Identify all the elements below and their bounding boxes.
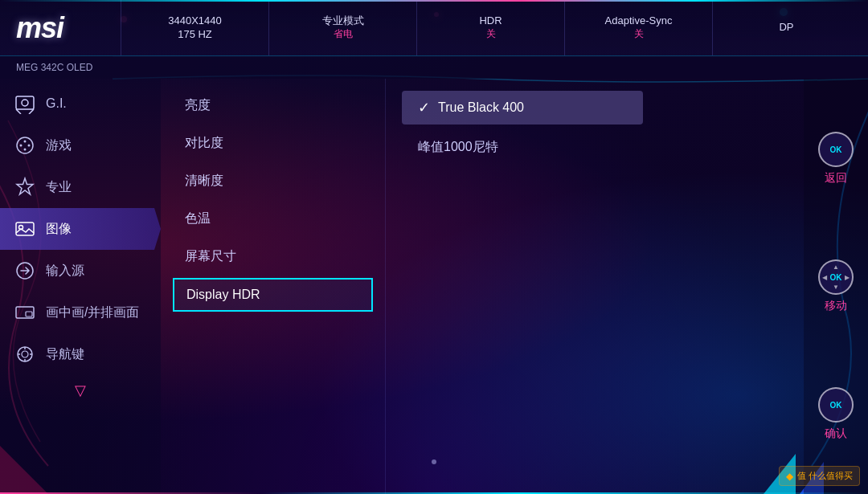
pip-icon [12, 300, 38, 325]
game-icon [12, 133, 38, 158]
move-btn-circle[interactable]: ▲ ▼ ◀ ▶ OK [818, 259, 854, 295]
main-content: G.I. 游戏 专业 [0, 79, 868, 494]
move-button[interactable]: ▲ ▼ ◀ ▶ OK 移动 [818, 259, 854, 313]
sidebar-item-input[interactable]: 输入源 [0, 250, 161, 292]
model-name: MEG 342C OLED [16, 62, 92, 73]
menu-item-brightness[interactable]: 亮度 [161, 87, 385, 125]
menu-item-contrast[interactable]: 对比度 [161, 125, 385, 162]
svg-line-5 [29, 109, 34, 114]
gi-icon [12, 91, 38, 116]
svg-point-8 [28, 145, 31, 147]
svg-point-18 [22, 351, 28, 357]
sidebar-item-game[interactable]: 游戏 [0, 125, 161, 166]
back-label: 返回 [825, 171, 847, 186]
svg-point-3 [22, 100, 28, 106]
sidebar-scroll-down[interactable]: ▽ [0, 375, 161, 406]
sidebar-label-gi: G.I. [46, 96, 67, 111]
confirm-btn-circle[interactable]: OK [818, 387, 854, 423]
option-peak-1000[interactable]: 峰值1000尼特 [402, 131, 788, 164]
watermark: ◆ 值 什么值得买 [779, 466, 860, 486]
svg-rect-16 [26, 312, 32, 316]
pro-icon [12, 174, 38, 200]
top-navigation: 3440X1440 175 HZ 专业模式 省电 HDR 关 Adaptive-… [121, 0, 860, 55]
svg-point-10 [24, 149, 27, 151]
menu-item-sharpness[interactable]: 清晰度 [161, 162, 385, 200]
svg-rect-2 [16, 96, 34, 109]
logo-area: msi [8, 11, 121, 45]
option-true-black-400[interactable]: ✓ True Black 400 [402, 91, 643, 125]
back-button[interactable]: OK 返回 [818, 132, 854, 186]
confirm-label: 确认 [825, 427, 847, 441]
confirm-button[interactable]: OK 确认 [818, 387, 854, 441]
nav-icon [12, 341, 38, 367]
arrow-left-icon: ◀ [822, 274, 827, 281]
right-controls: OK 返回 ▲ ▼ ◀ ▶ OK 移动 OK 确认 [804, 79, 868, 494]
top-bar: msi 3440X1440 175 HZ 专业模式 省电 HDR 关 Adapt… [0, 0, 868, 56]
nav-hdr[interactable]: HDR 关 [416, 0, 564, 55]
svg-point-6 [17, 137, 33, 153]
svg-rect-12 [16, 223, 34, 235]
options-panel: ✓ True Black 400 峰值1000尼特 [386, 79, 804, 494]
nav-dp[interactable]: DP [712, 0, 860, 55]
move-label: 移动 [825, 299, 847, 313]
sidebar-label-image: 图像 [46, 221, 72, 238]
menu-item-screen-size[interactable]: 屏幕尺寸 [161, 238, 385, 276]
sidebar-item-pro[interactable]: 专业 [0, 166, 161, 208]
menu-panel: 亮度 对比度 清晰度 色温 屏幕尺寸 Display HDR [161, 79, 386, 494]
svg-marker-11 [17, 178, 33, 194]
watermark-icon: ◆ [786, 471, 793, 482]
arrow-right-icon: ▶ [845, 274, 850, 281]
sidebar-label-nav: 导航键 [46, 346, 84, 363]
menu-item-color-temp[interactable]: 色温 [161, 200, 385, 238]
model-bar: MEG 342C OLED [0, 56, 868, 79]
sidebar-label-pip: 画中画/并排画面 [46, 304, 139, 321]
nav-resolution[interactable]: 3440X1440 175 HZ [121, 0, 268, 55]
back-btn-circle[interactable]: OK [818, 132, 854, 167]
svg-point-7 [20, 145, 23, 147]
msi-logo: msi [16, 11, 63, 45]
nav-pro-mode[interactable]: 专业模式 省电 [268, 0, 416, 55]
option-text-true-black: True Black 400 [438, 100, 524, 115]
input-icon [12, 258, 38, 284]
menu-item-display-hdr[interactable]: Display HDR [173, 278, 373, 312]
nav-adaptive-sync[interactable]: Adaptive-Sync 关 [564, 0, 712, 55]
sidebar-label-game: 游戏 [46, 137, 72, 154]
sidebar-item-pip[interactable]: 画中画/并排画面 [0, 292, 161, 333]
arrow-down-icon: ▼ [833, 284, 839, 291]
arrow-up-icon: ▲ [833, 263, 839, 271]
watermark-text: 值 什么值得买 [797, 470, 853, 482]
image-icon [12, 216, 38, 242]
sidebar-item-image[interactable]: 图像 [0, 208, 161, 250]
sidebar-item-nav[interactable]: 导航键 [0, 333, 161, 375]
sidebar-label-input: 输入源 [46, 263, 84, 280]
svg-point-9 [24, 141, 27, 143]
svg-line-4 [16, 109, 21, 114]
checkmark-icon: ✓ [418, 99, 430, 116]
sidebar-item-gi[interactable]: G.I. [0, 83, 161, 125]
sidebar-label-pro: 专业 [46, 179, 72, 196]
sidebar: G.I. 游戏 专业 [0, 79, 161, 494]
